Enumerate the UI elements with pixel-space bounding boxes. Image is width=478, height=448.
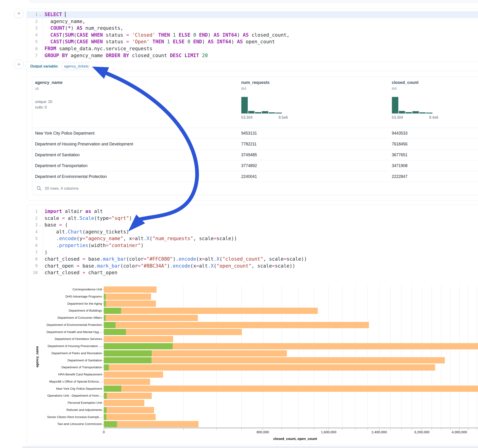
code-text: chart_closed + chart_open — [43, 269, 478, 276]
code-token: , scale — [263, 256, 284, 262]
code-token: status — [103, 39, 126, 44]
line-number: 4 — [27, 32, 38, 39]
code-token: AS — [237, 39, 243, 44]
code-token: = — [144, 256, 147, 262]
code-text: .encode(y="agency_name", x=alt.X("num_re… — [43, 235, 478, 242]
chart-category-label: Taxi and Limousine Commission — [57, 421, 102, 428]
search-icon[interactable] — [37, 186, 42, 191]
code-token: (x — [196, 256, 202, 262]
gridline — [477, 286, 477, 428]
table-row[interactable]: Department of Environmental Protection22… — [32, 171, 478, 182]
fold-chevron-icon[interactable]: ⌄ — [38, 222, 43, 229]
line-number: 2 — [27, 215, 38, 222]
code-token: (x — [190, 263, 196, 269]
code-token: open_count — [243, 39, 275, 44]
code-token: (width — [88, 243, 106, 248]
table-row[interactable]: Department of Sanitation37494853677651 — [32, 149, 478, 160]
code-text: agency_name, — [43, 18, 478, 25]
code-line[interactable]: 6FROM sample_data.nyc.service_requests — [27, 45, 478, 52]
code-token: .mark_bar — [100, 256, 126, 262]
code-line[interactable]: 2scale = alt.Scale(type="sqrt") — [27, 215, 478, 222]
cell-agency-name: Department of Housing Preservation and D… — [35, 139, 133, 149]
code-token — [44, 39, 50, 44]
table-row[interactable]: Department of Transportation377489234719… — [32, 160, 478, 171]
code-token: .mark_bar — [94, 263, 120, 269]
cell-agency-name: Department of Sanitation — [35, 149, 80, 160]
code-line[interactable]: 1⌄SELECT — [27, 11, 478, 18]
chart-category-label: Department of Health and Mental Hyg… — [47, 329, 102, 336]
code-token: chart_open — [44, 263, 76, 269]
line-number: 8 — [27, 256, 38, 263]
code-line[interactable]: 6 .properties(width="container") — [27, 242, 478, 249]
chart-category-label: DHS Advantage Programs — [65, 293, 102, 300]
code-line[interactable]: 3 COUNT(*) AS num_requests, — [27, 25, 478, 32]
code-line[interactable]: 2 agency_name, — [27, 18, 478, 25]
python-code-editor[interactable]: 1import altair as alt2scale = alt.Scale(… — [27, 208, 478, 276]
sql-code-editor[interactable]: 1⌄SELECT 2 agency_name,3 COUNT(*) AS num… — [27, 11, 478, 59]
code-token — [220, 32, 222, 38]
code-token: = — [126, 32, 129, 38]
add-cell-button-middle[interactable]: + — [14, 59, 24, 69]
fold-spacer — [38, 235, 43, 242]
histogram-bar — [255, 112, 262, 114]
code-token: = — [272, 263, 275, 269]
code-token: .Chart — [65, 229, 82, 235]
code-line[interactable]: 9chart_open = base.mark_bar(color="#8BC3… — [27, 263, 478, 270]
code-token: = — [132, 236, 135, 241]
code-line[interactable]: 5 .encode(y="agency_name", x=alt.X("num_… — [27, 235, 478, 242]
code-token: chart_closed — [44, 256, 82, 262]
code-line[interactable]: 1import altair as alt — [27, 208, 478, 215]
code-token: AS — [208, 39, 214, 44]
code-line[interactable]: 8chart_closed = base.mark_bar(color="#FF… — [27, 256, 478, 263]
code-text: CAST(SUM(CASE WHEN status = 'Closed' THE… — [43, 32, 478, 39]
code-line[interactable]: 5 CAST(SUM(CASE WHEN status = 'Open' THE… — [27, 38, 478, 45]
code-token: = — [284, 256, 287, 262]
column-header-agency-name[interactable]: agency_name — [35, 80, 63, 85]
code-token: 0 — [188, 39, 190, 44]
code-text: .properties(width="container") — [43, 242, 478, 249]
code-token: 0 — [193, 32, 196, 38]
cell-value: 7782211 — [241, 139, 257, 149]
x-axis-tick-label: 3,200,000 — [414, 430, 430, 434]
gridline — [459, 286, 459, 428]
gridline — [299, 286, 299, 428]
code-line[interactable]: 4 CAST(SUM(CASE WHEN status = 'Closed' T… — [27, 32, 478, 39]
bar-open-count — [104, 414, 106, 420]
histogram-bar — [392, 97, 398, 114]
line-number: 1 — [27, 208, 38, 215]
chart-category-label: Department of Sanitation — [68, 357, 102, 364]
chart-category-label: New York City Police Department — [56, 385, 102, 392]
table-row[interactable]: New York City Police Department945313194… — [32, 128, 478, 139]
code-token: .X — [208, 263, 214, 269]
column-header-closed-count[interactable]: closed_count — [392, 80, 419, 85]
code-token: base — [80, 263, 94, 269]
column-header-num-requests[interactable]: num_requests — [241, 80, 270, 85]
bar-closed-count — [104, 286, 157, 293]
chart-plot-area — [104, 286, 478, 428]
code-line[interactable]: 10chart_closed + chart_open — [27, 269, 478, 276]
bar-closed-count — [104, 372, 163, 378]
code-token: ) — [208, 32, 214, 38]
code-token: FROM — [44, 46, 56, 51]
cell-separator — [27, 71, 478, 71]
table-row[interactable]: Department of Housing Preservation and D… — [32, 139, 478, 149]
code-line[interactable]: 4 alt.Chart(agency_tickets) — [27, 229, 478, 236]
code-token: GROUP BY — [44, 53, 68, 58]
code-token — [88, 32, 91, 38]
code-line[interactable]: 3⌄base = ( — [27, 222, 478, 229]
histogram-max-label: 9.5e6 — [278, 115, 288, 120]
code-line[interactable]: 7) — [27, 249, 478, 256]
bar-open-count — [104, 386, 121, 392]
output-variable-pill[interactable]: agency_tickets — [62, 63, 89, 70]
add-cell-button-top[interactable]: + — [14, 8, 24, 18]
fold-spacer — [38, 263, 43, 270]
fold-chevron-icon[interactable]: ⌄ — [38, 11, 43, 18]
code-line[interactable]: 7GROUP BY agency_name ORDER BY closed_co… — [27, 52, 478, 59]
histogram-max-label: 9.4e6 — [429, 115, 438, 120]
code-token: = — [138, 263, 141, 269]
chart-category-label: Personal Exemption Unit — [68, 399, 102, 406]
code-token: 1 — [167, 39, 170, 44]
x-axis-tick-label: 2,400,000 — [371, 430, 387, 434]
histogram-bar — [426, 112, 433, 114]
code-token: AS — [76, 25, 82, 31]
